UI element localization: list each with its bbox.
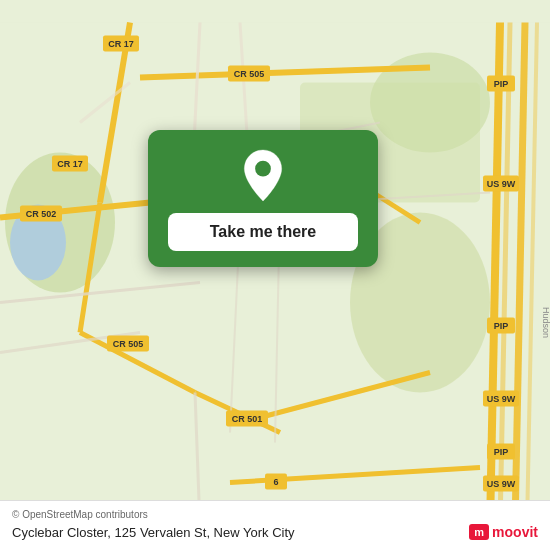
svg-text:CR 505: CR 505 <box>234 69 265 79</box>
svg-text:PIP: PIP <box>494 447 509 457</box>
destination-card: Take me there <box>148 130 378 267</box>
moovit-icon: m <box>469 524 489 540</box>
svg-text:CR 502: CR 502 <box>26 209 57 219</box>
moovit-logo: m moovit <box>469 524 538 540</box>
location-text: Cyclebar Closter, 125 Vervalen St, New Y… <box>12 525 295 540</box>
moovit-brand-text: moovit <box>492 524 538 540</box>
bottom-bar: © OpenStreetMap contributors Cyclebar Cl… <box>0 500 550 550</box>
map-container: CR 17 CR 505 CR 17 CR 502 501 CR 505 CR … <box>0 0 550 550</box>
take-me-there-button[interactable]: Take me there <box>168 213 358 251</box>
svg-point-60 <box>255 161 271 177</box>
svg-text:PIP: PIP <box>494 79 509 89</box>
svg-text:US 9W: US 9W <box>487 179 516 189</box>
svg-text:6: 6 <box>273 477 278 487</box>
svg-text:CR 501: CR 501 <box>232 414 263 424</box>
svg-text:PIP: PIP <box>494 321 509 331</box>
svg-text:CR 505: CR 505 <box>113 339 144 349</box>
svg-text:US 9W: US 9W <box>487 479 516 489</box>
location-pin-icon <box>239 148 287 203</box>
svg-text:CR 17: CR 17 <box>108 39 134 49</box>
map-attribution: © OpenStreetMap contributors <box>12 509 538 520</box>
svg-text:Hudson: Hudson <box>541 307 550 338</box>
svg-text:US 9W: US 9W <box>487 394 516 404</box>
svg-text:CR 17: CR 17 <box>57 159 83 169</box>
map-background: CR 17 CR 505 CR 17 CR 502 501 CR 505 CR … <box>0 0 550 550</box>
